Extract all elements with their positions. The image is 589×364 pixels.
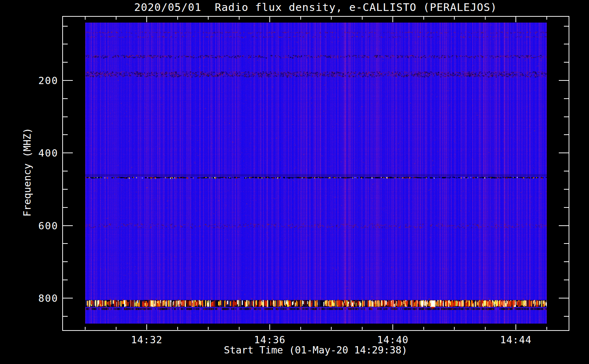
axis-tick	[559, 80, 569, 81]
axis-tick	[331, 327, 332, 330]
axis-tick	[564, 171, 569, 171]
axis-tick	[116, 17, 116, 20]
axis-tick	[564, 261, 569, 262]
axis-tick	[515, 17, 516, 22]
y-tick-label: 400	[38, 147, 58, 159]
axis-tick	[63, 44, 68, 44]
spectrogram-page: 2020/05/01 Radio flux density, e-CALLIST…	[0, 0, 589, 364]
axis-tick	[564, 44, 569, 44]
y-tick-label: 600	[38, 220, 58, 231]
axis-tick	[63, 280, 68, 280]
axis-tick	[300, 17, 301, 20]
axis-tick	[392, 324, 393, 330]
axis-tick	[63, 316, 68, 317]
axis-tick	[63, 62, 68, 63]
chart-title: 2020/05/01 Radio flux density, e-CALLIST…	[134, 1, 497, 13]
axis-tick	[177, 327, 178, 330]
axis-tick	[485, 327, 486, 330]
axis-tick	[63, 171, 68, 171]
axis-tick	[564, 134, 569, 135]
axis-tick	[564, 207, 569, 208]
axis-tick	[63, 26, 68, 27]
axis-tick	[63, 207, 68, 208]
x-tick-label: 14:32	[131, 334, 162, 345]
axis-tick	[559, 298, 569, 298]
axis-tick	[63, 116, 68, 117]
y-tick-label: 800	[38, 292, 58, 304]
axis-tick	[269, 324, 270, 330]
axis-tick	[85, 17, 86, 20]
axis-tick	[564, 280, 569, 280]
x-tick-label: 14:44	[500, 334, 531, 345]
x-tick-label: 14:36	[254, 334, 285, 345]
axis-tick	[454, 327, 455, 330]
y-tick-label: 200	[38, 75, 58, 86]
axis-tick	[564, 26, 569, 27]
axis-tick	[177, 17, 178, 20]
axis-tick	[63, 225, 73, 226]
axis-tick	[85, 327, 86, 330]
axis-tick	[564, 243, 569, 244]
axis-tick	[546, 17, 547, 20]
axis-tick	[239, 17, 240, 20]
axis-tick	[485, 17, 486, 20]
axis-tick	[454, 17, 455, 20]
axis-tick	[300, 327, 301, 330]
y-axis-title: Frequency (MHZ)	[21, 128, 33, 217]
axis-tick	[63, 189, 68, 190]
axis-tick	[63, 153, 73, 153]
axis-tick	[546, 327, 547, 330]
axis-tick	[63, 80, 73, 81]
axis-tick	[146, 17, 147, 22]
axis-tick	[362, 327, 363, 330]
plot-frame	[62, 16, 569, 331]
axis-tick	[559, 225, 569, 226]
axis-tick	[564, 116, 569, 117]
axis-tick	[116, 327, 116, 330]
axis-tick	[269, 17, 270, 22]
axis-tick	[331, 17, 332, 20]
axis-tick	[423, 17, 424, 20]
axis-tick	[564, 98, 569, 99]
axis-tick	[63, 134, 68, 135]
axis-tick	[208, 17, 209, 20]
axis-tick	[146, 324, 147, 330]
axis-tick	[63, 298, 73, 298]
axis-tick	[423, 327, 424, 330]
axis-tick	[564, 189, 569, 190]
axis-tick	[362, 17, 363, 20]
axis-tick	[63, 261, 68, 262]
axis-tick	[392, 17, 393, 22]
x-axis-title: Start Time (01-May-20 14:29:38)	[224, 344, 407, 356]
axis-tick	[208, 327, 209, 330]
axis-tick	[559, 153, 569, 153]
x-tick-label: 14:40	[377, 334, 408, 345]
axis-tick	[564, 316, 569, 317]
axis-tick	[515, 324, 516, 330]
axis-tick	[63, 98, 68, 99]
axis-tick	[564, 62, 569, 63]
axis-tick	[239, 327, 240, 330]
axis-tick	[63, 243, 68, 244]
